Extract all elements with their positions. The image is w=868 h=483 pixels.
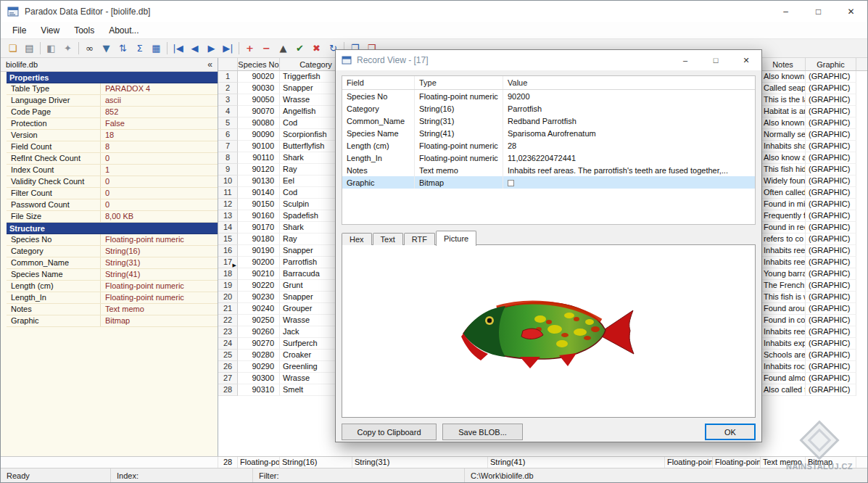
col-header-notes[interactable]: Notes <box>761 58 806 70</box>
record-field-row[interactable]: Common_NameString(31)Redband Parrotfish <box>342 115 755 127</box>
current-record-marker: ▶ <box>233 260 236 268</box>
col-header-rownum[interactable] <box>218 58 238 70</box>
tab-text[interactable]: Text <box>373 233 403 245</box>
close-button[interactable]: ✕ <box>835 1 867 22</box>
sum-icon[interactable]: Σ <box>131 41 148 57</box>
grid-icon[interactable]: ▦ <box>148 41 165 57</box>
delete-record-icon[interactable]: − <box>258 41 275 57</box>
cell-graphic: (GRAPHIC) <box>806 141 856 152</box>
cell-graphic: (GRAPHIC) <box>806 303 856 315</box>
tab-hex[interactable]: Hex <box>342 233 372 245</box>
sort-icon[interactable]: ⇅ <box>115 41 131 57</box>
save-blob-button[interactable]: Save BLOB... <box>442 424 523 440</box>
status-file-path: C:\Work\biolife.db <box>465 468 867 482</box>
collapse-panel-button[interactable]: « <box>207 59 212 70</box>
row-number: 1 <box>226 71 230 82</box>
menu-item-file[interactable]: File <box>5 23 33 38</box>
dialog-minimize-button[interactable]: – <box>670 50 700 70</box>
cell-graphic: (GRAPHIC) <box>806 164 856 176</box>
dialog-maximize-button[interactable]: □ <box>700 50 731 70</box>
cell-notes: Habitat is arc <box>761 106 806 117</box>
cell-species-no: 90170 <box>238 222 280 234</box>
cell-species-no: 90220 <box>238 280 280 292</box>
row-number: 21 <box>223 303 232 314</box>
cell-graphic: (GRAPHIC) <box>806 83 856 94</box>
record-field-row[interactable]: Length_InFloating-point numeric11,023622… <box>342 152 755 164</box>
row-number: 24 <box>223 338 232 349</box>
row-number: 19 <box>223 280 232 291</box>
row-number: 2 <box>226 83 230 94</box>
col-header-species-no[interactable]: Species No <box>238 58 280 70</box>
record-field-value: 90200 <box>503 92 755 101</box>
blob-tabs: HexTextRTFPicture <box>342 231 477 245</box>
record-field-row[interactable]: CategoryString(16)Parrotfish <box>342 102 755 115</box>
window-controls: – □ ✕ <box>769 1 867 22</box>
next-record-icon[interactable]: ▶ <box>203 41 220 57</box>
record-field-row[interactable]: GraphicBitmap <box>342 176 755 189</box>
prior-record-icon[interactable]: ◀ <box>186 41 203 57</box>
insert-record-icon[interactable]: + <box>241 41 258 57</box>
row-number-cell: 7 <box>218 141 238 152</box>
property-value: 8,00 KB <box>101 211 218 222</box>
cell-species-no: 90210 <box>238 268 280 280</box>
maximize-button[interactable]: □ <box>802 1 835 22</box>
cell-graphic: (GRAPHIC) <box>806 176 856 187</box>
password-icon[interactable]: ✦ <box>59 41 76 57</box>
section-header-structure[interactable]: Structure <box>7 223 218 234</box>
cell-species-no: 90100 <box>238 141 280 152</box>
row-number: 22 <box>223 315 232 326</box>
tab-picture[interactable]: Picture <box>436 231 476 246</box>
edit-record-icon[interactable]: ▲ <box>275 41 292 57</box>
dialog-close-button[interactable]: ✕ <box>731 50 761 70</box>
row-number-cell: 15 <box>218 234 238 245</box>
row-number-cell: 10 <box>218 176 238 187</box>
col-header-graphic[interactable]: Graphic <box>806 58 856 70</box>
row-number: 9 <box>226 164 230 175</box>
ok-button[interactable]: OK <box>705 424 756 440</box>
filter-icon[interactable]: ▼ <box>98 41 115 57</box>
first-record-icon[interactable]: |◀ <box>170 41 186 57</box>
row-number-cell: 17▶ <box>218 257 238 268</box>
minimize-button[interactable]: – <box>769 1 802 22</box>
menu-item-view[interactable]: View <box>33 23 67 38</box>
open-folder-icon[interactable]: ❏ <box>4 41 21 57</box>
post-record-icon[interactable]: ✔ <box>292 41 308 57</box>
record-field-row[interactable]: Length (cm)Floating-point numeric28 <box>342 139 755 152</box>
row-number-cell: 23 <box>218 326 238 338</box>
last-record-icon[interactable]: ▶| <box>220 41 236 57</box>
row-number-cell: 3 <box>218 94 238 106</box>
record-field-name: Length (cm) <box>342 139 415 152</box>
record-field-row[interactable]: Species NameString(41)Sparisoma Aurofren… <box>342 127 755 139</box>
menu-item-tools[interactable]: Tools <box>67 23 102 38</box>
property-name: Language Driver <box>7 95 101 106</box>
cell-graphic: (GRAPHIC) <box>806 245 856 257</box>
row-number: 8 <box>226 152 230 163</box>
cell-notes: refers to co <box>761 234 806 245</box>
app-window: Paradox Data Editor - [biolife.db] – □ ✕… <box>0 0 868 483</box>
footer-type-species-name: String(41) <box>488 457 665 468</box>
cell-graphic: (GRAPHIC) <box>806 152 856 164</box>
pack-table-icon[interactable]: ◧ <box>43 41 59 57</box>
find-icon[interactable]: ∞ <box>81 41 98 57</box>
print-icon[interactable]: ▤ <box>21 41 38 57</box>
status-bar: Ready Index: Filter: C:\Work\biolife.db <box>1 468 867 482</box>
cell-notes: Inhabits shal <box>761 141 806 152</box>
record-field-row[interactable]: NotesText memoInhabits reef areas. The p… <box>342 164 755 176</box>
footer-spacer <box>1 457 218 468</box>
cell-graphic: (GRAPHIC) <box>806 222 856 234</box>
record-field-row[interactable]: Species NoFloating-point numeric90200 <box>342 90 755 102</box>
row-number: 27 <box>223 373 232 384</box>
toolbar-separator <box>239 42 239 54</box>
property-value: ascii <box>101 95 218 106</box>
cancel-edit-icon[interactable]: ✖ <box>308 41 325 57</box>
cell-graphic: (GRAPHIC) <box>806 280 856 292</box>
menu-item-about[interactable]: About... <box>102 23 146 38</box>
section-header-properties[interactable]: Properties <box>7 72 218 83</box>
copy-to-clipboard-button[interactable]: Copy to Clipboard <box>342 424 437 440</box>
record-table-header: FieldTypeValue <box>342 76 755 90</box>
cell-species-no: 90080 <box>238 117 280 129</box>
tab-rtf[interactable]: RTF <box>404 233 435 245</box>
row-number-cell: 26 <box>218 361 238 373</box>
row-number: 28 <box>223 384 232 395</box>
cell-species-no: 90090 <box>238 129 280 141</box>
